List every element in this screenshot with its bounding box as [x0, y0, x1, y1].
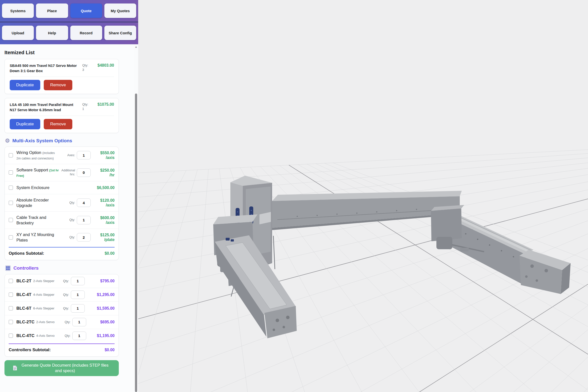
blc-6t-qty-input[interactable]	[71, 304, 85, 313]
blc-4t-checkbox[interactable]	[9, 292, 13, 297]
wiring-axes-input[interactable]	[77, 151, 91, 160]
card-divider	[10, 116, 114, 116]
generate-quote-label: Generate Quote Document (includes STEP f…	[20, 363, 110, 373]
remove-button[interactable]: Remove	[44, 80, 72, 90]
blc-6t-checkbox[interactable]	[9, 306, 13, 310]
sidebar-scrollbar[interactable]: ▲	[134, 44, 138, 392]
option-label: Cable Track and Bracketry	[16, 215, 60, 226]
multi-axis-options-title: Multi-Axis System Options	[12, 138, 72, 144]
primary-nav: Systems Place Quote My Quotes	[0, 4, 138, 18]
controller-name: BLC-6T	[16, 306, 31, 311]
item-qty: Qty:1	[82, 102, 92, 111]
controllers-subtotal-value: $0.00	[105, 348, 115, 352]
generate-quote-button[interactable]: Generate Quote Document (includes STEP f…	[4, 360, 119, 376]
blc-4t-qty-input[interactable]	[71, 290, 85, 299]
duplicate-button[interactable]: Duplicate	[10, 80, 40, 90]
card-divider	[10, 76, 114, 77]
option-name: Software Support	[16, 168, 48, 172]
blc-2tc-checkbox[interactable]	[9, 320, 13, 324]
gear-icon: ⚙	[5, 138, 10, 144]
viewport-3d[interactable]	[138, 0, 588, 392]
options-card: Wiring Option (includes 2m cables and co…	[4, 146, 119, 260]
controller-price: $795.00	[85, 279, 115, 283]
scroll-up-arrow-icon[interactable]: ▲	[134, 45, 138, 49]
encoder-upgrade-checkbox[interactable]	[9, 201, 13, 205]
item-price: $1075.00	[92, 102, 114, 107]
option-label: Software Support (1st hr Free)	[16, 167, 60, 178]
cable-track-checkbox[interactable]	[9, 218, 13, 222]
nav-quote-button[interactable]: Quote	[70, 4, 102, 18]
encoder-qty-input[interactable]	[77, 198, 91, 207]
mounting-plates-checkbox[interactable]	[9, 235, 13, 240]
blc-4tc-qty-input[interactable]	[72, 332, 86, 340]
multi-axis-options-heading: ⚙ Multi-Axis System Options	[5, 138, 127, 144]
option-price-unit: /axis	[106, 220, 115, 224]
controllers-card: BLC-2T 2-Axis Stepper Qty: $795.00 BLC-4…	[4, 274, 119, 357]
item-qty-label: Qty:	[82, 64, 88, 67]
option-input-label: Qty:	[69, 201, 75, 205]
help-button[interactable]: Help	[36, 26, 68, 40]
option-price-amount: $250.00	[100, 168, 115, 172]
blue-clamp-pad	[231, 239, 234, 242]
option-input-label: Qty:	[69, 218, 75, 222]
right-carriage-front	[431, 208, 462, 241]
software-support-checkbox[interactable]	[9, 170, 13, 174]
blc-4tc-checkbox[interactable]	[9, 334, 13, 338]
upload-button[interactable]: Upload	[2, 26, 34, 40]
option-price: $550.00/axis	[91, 150, 115, 160]
option-name: Wiring Option	[16, 150, 41, 155]
option-price-unit: /axis	[106, 203, 115, 207]
software-hours-input[interactable]	[77, 168, 91, 177]
nav-my-quotes-button[interactable]: My Quotes	[104, 4, 136, 18]
document-icon	[13, 366, 17, 370]
controller-price: $695.00	[86, 320, 115, 324]
option-row: Cable Track and Bracketry Qty: $600.00/a…	[5, 212, 119, 229]
option-row: System Enclosure $6,500.00	[5, 181, 119, 194]
wiring-option-checkbox[interactable]	[9, 153, 13, 158]
item-qty-value: 3	[82, 68, 84, 72]
itemized-card: SBA45 500 mm Travel N17 Servo Motor Down…	[4, 59, 119, 94]
system-enclosure-checkbox[interactable]	[9, 186, 13, 190]
viewport-canvas	[138, 0, 588, 392]
item-name: LSA 45 100 mm Travel Parallel Mount N17 …	[10, 102, 82, 113]
controller-row: BLC-4TC 4-Axis Servo Qty: $1,195.00	[5, 329, 119, 342]
option-price-amount: $120.00	[100, 198, 115, 202]
option-price: $120.00/axis	[91, 198, 115, 208]
item-name: SBA45 500 mm Travel N17 Servo Motor Down…	[10, 63, 82, 74]
controllers-subtotal-label: Controllers Subtotal:	[9, 348, 51, 352]
option-price-unit: /plate	[104, 238, 115, 242]
controller-type: 6-Axis Stepper	[33, 306, 63, 310]
option-input-label: Axes:	[67, 154, 75, 158]
gantry-model	[213, 176, 571, 338]
blc-2t-qty-input[interactable]	[71, 277, 85, 285]
controller-row: BLC-4T 4-Axis Stepper Qty: $1,295.00	[5, 288, 119, 302]
controllers-subtotal-row: Controllers Subtotal: $0.00	[5, 344, 119, 356]
plates-qty-input[interactable]	[77, 233, 91, 242]
option-name: XY and YZ Mounting Plates	[16, 232, 54, 242]
nav-systems-button[interactable]: Systems	[2, 4, 34, 18]
share-config-button[interactable]: Share Config	[104, 26, 136, 40]
item-qty-label: Qty:	[82, 102, 88, 106]
option-price-amount: $600.00	[100, 216, 115, 220]
controller-qty-label: Qty:	[63, 293, 69, 296]
option-row: Wiring Option (includes 2m cables and co…	[5, 147, 119, 164]
controller-qty-label: Qty:	[65, 320, 71, 324]
controller-row: BLC-2T 2-Axis Stepper Qty: $795.00	[5, 274, 119, 288]
duplicate-button[interactable]: Duplicate	[10, 119, 40, 129]
remove-button[interactable]: Remove	[44, 119, 72, 129]
option-input-label: Additional hrs:	[60, 169, 75, 176]
option-price: $250.00/hr	[91, 168, 115, 177]
cable-track-qty-input[interactable]	[77, 216, 91, 224]
controller-price: $1,195.00	[86, 334, 115, 338]
scrollbar-thumb[interactable]	[135, 94, 137, 392]
record-button[interactable]: Record	[70, 26, 102, 40]
option-input-label: Qty:	[69, 236, 75, 240]
option-price: $600.00/axis	[91, 216, 115, 225]
itemized-card: LSA 45 100 mm Travel Parallel Mount N17 …	[4, 98, 119, 133]
blc-2tc-qty-input[interactable]	[72, 318, 86, 326]
nav-place-button[interactable]: Place	[36, 4, 68, 18]
controller-qty-label: Qty:	[63, 279, 69, 283]
option-price-unit: /axis	[106, 156, 115, 160]
blc-2t-checkbox[interactable]	[9, 279, 13, 283]
option-row: XY and YZ Mounting Plates Qty: $125.00/p…	[5, 229, 119, 246]
